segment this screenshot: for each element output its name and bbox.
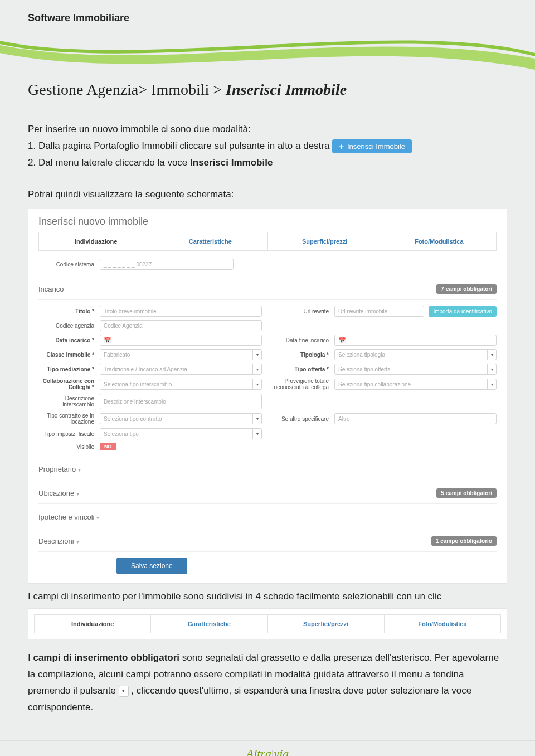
step2-bold: Inserisci Immobile — [190, 157, 273, 168]
titolo-label: Titolo * — [38, 308, 94, 314]
titolo-field[interactable]: Titolo breve immobile — [100, 306, 262, 317]
step2-text: 2. Dal menu laterale cliccando la voce — [28, 157, 190, 168]
tipo-offerta-label: Tipo offerta * — [268, 366, 329, 372]
brand-part-a: Altra — [246, 747, 271, 756]
chevron-down-icon: ▾ — [76, 539, 79, 545]
breadcrumb-current: Inserisci Immobile — [226, 81, 347, 98]
se-altro-label: Se altro specificare — [268, 416, 329, 422]
header-wave — [0, 31, 535, 70]
tipo-contratto-label: Tipo contratto se in locazione — [38, 413, 94, 425]
section-proprietario-title: Proprietario — [38, 465, 76, 473]
section-ipoteche-title: Ipoteche e vincoli — [38, 513, 94, 521]
descrizione-interscambio-label: Descrizione interscambio — [38, 395, 94, 408]
tab-caratteristiche[interactable]: Caratteristiche — [153, 232, 267, 250]
tipo-imposizione-label: Tipo imposiz. fiscale — [38, 431, 94, 437]
insert-immobile-button[interactable]: + Inserisci Immobile — [332, 139, 412, 153]
classe-immobile-select[interactable]: Fabbricato▾ — [100, 349, 262, 360]
se-altro-field[interactable]: Altro — [334, 413, 497, 424]
panel-title: Inserisci nuovo immobile — [38, 216, 497, 227]
save-section-button[interactable]: Salva sezione — [116, 558, 187, 574]
provvigione-label: Provvigione totale riconosciuta al colle… — [268, 378, 329, 390]
descrizioni-required-badge: 1 campo obbligatorio — [431, 536, 497, 546]
tipologia-label: Tipologia * — [268, 352, 329, 358]
chevron-down-icon: ▾ — [487, 350, 496, 360]
incarico-form: Titolo * Titolo breve immobile Url rewri… — [38, 300, 497, 456]
section-proprietario[interactable]: Proprietario▾ — [38, 459, 497, 479]
data-fine-field[interactable]: 📅 — [334, 335, 497, 346]
section-incarico: Incarico 7 campi obbligatori — [38, 279, 497, 300]
lead-paragraph: Potrai quindi visualizzare la seguente s… — [28, 186, 507, 203]
tab2-caratteristiche[interactable]: Caratteristiche — [150, 615, 267, 633]
codice-sistema-field[interactable]: _ _ _ _ _ _ _ 00237 — [100, 259, 234, 270]
tab2-foto-modulistica[interactable]: Foto/Modulistica — [384, 615, 500, 633]
provvigione-select[interactable]: Seleziona tipo collaborazione▾ — [334, 379, 497, 390]
chevron-down-icon: ▾ — [487, 379, 496, 389]
section-descrizioni[interactable]: Descrizioni▾ 1 campo obbligatorio — [38, 531, 497, 552]
tab-individuazione[interactable]: Individuazione — [38, 232, 153, 250]
codice-agenzia-label: Codice agenzia — [38, 323, 94, 329]
plus-icon: + — [339, 142, 344, 151]
tipo-contratto-select[interactable]: Seleziona tipo contratto▾ — [100, 413, 262, 424]
breadcrumb-path: Gestione Agenzia> Immobili > — [28, 81, 226, 98]
visibile-label: Visibile — [38, 444, 94, 450]
tipo-offerta-select[interactable]: Seleziona tipo offerta▾ — [334, 364, 497, 375]
final-p1b: campi di inserimento obbligatori — [33, 652, 179, 663]
section-ipoteche[interactable]: Ipoteche e vincoli▾ — [38, 507, 497, 527]
tipo-mediazione-select[interactable]: Tradizionale / Incarico ad Agenzia▾ — [100, 364, 262, 375]
collaborazione-select[interactable]: Seleziona tipo interscambio▾ — [100, 379, 262, 390]
data-incarico-label: Data incarico * — [38, 337, 94, 343]
chevron-down-icon: ▾ — [252, 350, 261, 360]
doc-header: Software Immobiliare — [0, 0, 535, 31]
step-1: 1. Dalla pagina Portafoglio Immobili cli… — [28, 138, 507, 154]
after-shot-text: I campi di inserimento per l'immobile so… — [28, 588, 507, 605]
tab-superfici-prezzi[interactable]: Superfici/prezzi — [268, 232, 382, 250]
chevron-down-icon: ▾ — [252, 429, 261, 439]
tipo-mediazione-label: Tipo mediazione * — [38, 366, 94, 372]
chevron-down-icon: ▾ — [96, 515, 99, 521]
breadcrumb: Gestione Agenzia> Immobili > Inserisci I… — [28, 81, 507, 99]
tab2-superfici-prezzi[interactable]: Superfici/prezzi — [268, 615, 384, 633]
data-fine-label: Data fine incarico — [268, 337, 329, 343]
final-paragraph: I campi di inserimento obbligatori sono … — [28, 650, 507, 716]
intro-block: Per inserire un nuovo immobile ci sono d… — [28, 121, 507, 171]
content: Gestione Agenzia> Immobili > Inserisci I… — [0, 81, 535, 733]
page: Software Immobiliare Gestione Agenzia> I… — [0, 0, 535, 756]
tipo-imposizione-select[interactable]: Seleziona tipo▾ — [100, 428, 262, 439]
collaborazione-label: Collaborazione con Colleghi * — [38, 378, 94, 390]
insert-button-label: Inserisci Immobile — [347, 142, 405, 151]
section-ubicazione[interactable]: Ubicazione▾ 5 campi obbligatori — [38, 483, 497, 504]
chevron-down-icon: ▾ — [487, 364, 496, 374]
ubicazione-required-badge: 5 campi obbligatori — [436, 488, 497, 498]
url-label: Url rewrite — [268, 308, 329, 314]
import-identificativo-button[interactable]: Importa da identificativo — [429, 306, 497, 317]
visibile-toggle[interactable]: NO — [100, 443, 262, 450]
section-ubicazione-title: Ubicazione — [38, 489, 74, 497]
codice-agenzia-field[interactable]: Codice Agenzia — [100, 320, 262, 331]
url-field[interactable]: Url rewrite immobile — [334, 306, 424, 317]
tab2-individuazione[interactable]: Individuazione — [34, 615, 150, 633]
dropdown-button-icon: ▾ — [119, 686, 129, 697]
data-incarico-field[interactable]: 📅 — [100, 335, 262, 346]
footer-brand: Altra|via — [0, 747, 535, 756]
section-descrizioni-title: Descrizioni — [38, 537, 74, 545]
section-incarico-title: Incarico — [38, 285, 64, 293]
footer: Altra|via Il tuo prossimo partner tecnol… — [0, 740, 535, 756]
chevron-down-icon: ▾ — [76, 491, 79, 497]
calendar-icon: 📅 — [104, 337, 111, 344]
chevron-down-icon: ▾ — [252, 414, 261, 424]
chevron-down-icon: ▾ — [252, 364, 261, 374]
tipologia-select[interactable]: Seleziona tipologia▾ — [334, 349, 497, 360]
chevron-down-icon: ▾ — [78, 467, 81, 473]
calendar-icon: 📅 — [338, 337, 346, 344]
descrizione-interscambio-field[interactable]: Descrizione interscambio — [100, 394, 262, 409]
intro-line: Per inserire un nuovo immobile ci sono d… — [28, 121, 507, 138]
incarico-required-badge: 7 campi obbligatori — [436, 284, 497, 294]
toggle-no-badge: NO — [100, 443, 116, 450]
classe-immobile-label: Classe immobile * — [38, 352, 94, 358]
tab-foto-modulistica[interactable]: Foto/Modulistica — [382, 232, 496, 250]
brand-part-b: via — [274, 747, 289, 756]
step1-text: 1. Dalla pagina Portafoglio Immobili cli… — [28, 140, 332, 151]
tabs-illustration: Individuazione Caratteristiche Superfici… — [28, 608, 507, 639]
screenshot-panel: Inserisci nuovo immobile Individuazione … — [28, 209, 507, 584]
tab-row: Individuazione Caratteristiche Superfici… — [38, 232, 497, 251]
